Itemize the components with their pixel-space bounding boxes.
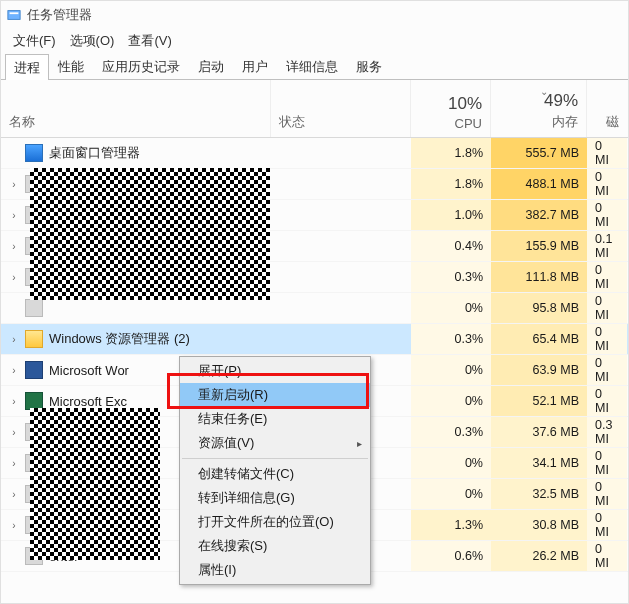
menu-options[interactable]: 选项(O) <box>64 30 121 52</box>
menu-file[interactable]: 文件(F) <box>7 30 62 52</box>
col-disk[interactable]: 磁 <box>587 80 627 137</box>
tab-users[interactable]: 用户 <box>233 53 277 79</box>
tab-strip: 进程 性能 应用历史记录 启动 用户 详细信息 服务 <box>1 53 628 80</box>
ctx-separator <box>182 458 368 459</box>
app-icon <box>7 8 21 22</box>
cell-cpu: 0% <box>411 293 491 323</box>
cell-status <box>271 231 411 261</box>
cell-disk: 0 MI <box>587 262 627 292</box>
expander-icon[interactable]: › <box>9 179 19 190</box>
window-title: 任务管理器 <box>27 6 92 24</box>
context-menu: 展开(P) 重新启动(R) 结束任务(E) 资源值(V) 创建转储文件(C) 转… <box>179 356 371 585</box>
cell-mem: 52.1 MB <box>491 386 587 416</box>
expander-icon[interactable]: › <box>9 365 19 376</box>
ctx-expand[interactable]: 展开(P) <box>180 359 370 383</box>
ctx-create-dump[interactable]: 创建转储文件(C) <box>180 462 370 486</box>
col-cpu[interactable]: 10% CPU <box>411 80 491 137</box>
process-row[interactable]: ›1.0%382.7 MB0 MI <box>1 200 628 231</box>
cell-status <box>271 169 411 199</box>
cell-disk: 0 MI <box>587 510 627 540</box>
process-row[interactable]: 0%95.8 MB0 MI <box>1 293 628 324</box>
ctx-resource-vals[interactable]: 资源值(V) <box>180 431 370 455</box>
cell-disk: 0 MI <box>587 448 627 478</box>
titlebar: 任务管理器 <box>1 1 628 29</box>
cell-disk: 0 MI <box>587 541 627 571</box>
cell-status <box>271 200 411 230</box>
ctx-search-online[interactable]: 在线搜索(S) <box>180 534 370 558</box>
tab-details[interactable]: 详细信息 <box>277 53 347 79</box>
process-name: enter <box>49 549 79 564</box>
expander-icon[interactable]: › <box>9 210 19 221</box>
col-disk-label: 磁 <box>606 113 619 131</box>
expander-icon[interactable]: › <box>9 489 19 500</box>
cell-disk: 0.1 MI <box>587 231 627 261</box>
cell-mem: 111.8 MB <box>491 262 587 292</box>
cell-disk: 0 MI <box>587 200 627 230</box>
word-icon <box>25 361 43 379</box>
cell-cpu: 0.3% <box>411 262 491 292</box>
cell-disk: 0 MI <box>587 293 627 323</box>
cell-status <box>271 138 411 168</box>
process-name: Microsoft Wor <box>49 363 129 378</box>
col-mem[interactable]: ⌄ 49% 内存 <box>491 80 587 137</box>
process-row[interactable]: ›0.3%111.8 MB0 MI <box>1 262 628 293</box>
generic-icon <box>25 454 43 472</box>
col-status-label: 状态 <box>279 113 305 131</box>
process-row[interactable]: 桌面窗口管理器1.8%555.7 MB0 MI <box>1 138 628 169</box>
generic-icon <box>25 206 43 224</box>
tab-services[interactable]: 服务 <box>347 53 391 79</box>
process-name: 桌面窗口管理器 <box>49 144 140 162</box>
cell-disk: 0 MI <box>587 138 627 168</box>
col-status[interactable]: 状态 <box>271 80 411 137</box>
cell-mem: 488.1 MB <box>491 169 587 199</box>
process-row[interactable]: ›1.8%488.1 MB0 MI <box>1 169 628 200</box>
cell-disk: 0 MI <box>587 479 627 509</box>
cell-cpu: 1.3% <box>411 510 491 540</box>
tab-startup[interactable]: 启动 <box>189 53 233 79</box>
cell-mem: 37.6 MB <box>491 417 587 447</box>
cell-cpu: 1.8% <box>411 169 491 199</box>
generic-icon <box>25 268 43 286</box>
ctx-go-details[interactable]: 转到详细信息(G) <box>180 486 370 510</box>
process-row[interactable]: ›Windows 资源管理器 (2)0.3%65.4 MB0 MI <box>1 324 628 355</box>
expander-icon[interactable]: › <box>9 334 19 345</box>
menu-view[interactable]: 查看(V) <box>122 30 177 52</box>
col-name[interactable]: 名称 <box>1 80 271 137</box>
process-row[interactable]: ›0.4%155.9 MB0.1 MI <box>1 231 628 262</box>
expander-icon[interactable]: › <box>9 458 19 469</box>
cell-name: › <box>1 262 271 292</box>
ctx-open-location[interactable]: 打开文件所在的位置(O) <box>180 510 370 534</box>
tab-performance[interactable]: 性能 <box>49 53 93 79</box>
cell-mem: 63.9 MB <box>491 355 587 385</box>
cell-disk: 0 MI <box>587 169 627 199</box>
expander-icon[interactable]: › <box>9 520 19 531</box>
cell-status <box>271 324 411 354</box>
ctx-end-task[interactable]: 结束任务(E) <box>180 407 370 431</box>
tab-app-history[interactable]: 应用历史记录 <box>93 53 189 79</box>
cell-cpu: 1.0% <box>411 200 491 230</box>
generic-icon <box>25 485 43 503</box>
cell-mem: 32.5 MB <box>491 479 587 509</box>
ctx-properties[interactable]: 属性(I) <box>180 558 370 582</box>
cell-name: 桌面窗口管理器 <box>1 138 271 168</box>
tab-processes[interactable]: 进程 <box>5 54 49 80</box>
cell-cpu: 0% <box>411 479 491 509</box>
cell-disk: 0 MI <box>587 355 627 385</box>
dwm-icon <box>25 144 43 162</box>
generic-icon <box>25 516 43 534</box>
process-name: Microsoft Exc <box>49 394 127 409</box>
cell-mem: 30.8 MB <box>491 510 587 540</box>
excel-icon <box>25 392 43 410</box>
sort-down-icon: ⌄ <box>540 86 548 97</box>
ctx-restart[interactable]: 重新启动(R) <box>180 383 370 407</box>
expander-icon[interactable]: › <box>9 427 19 438</box>
expander-icon[interactable]: › <box>9 396 19 407</box>
generic-icon <box>25 547 43 565</box>
expander-icon[interactable]: › <box>9 241 19 252</box>
col-mem-pct: 49% <box>544 91 578 111</box>
cell-status <box>271 262 411 292</box>
cell-mem: 155.9 MB <box>491 231 587 261</box>
svg-rect-1 <box>10 12 19 14</box>
cell-cpu: 1.8% <box>411 138 491 168</box>
expander-icon[interactable]: › <box>9 272 19 283</box>
